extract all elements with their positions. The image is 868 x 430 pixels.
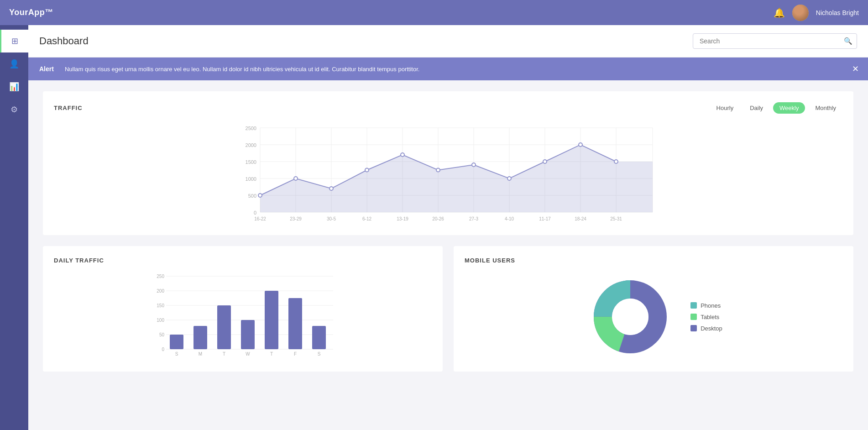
svg-text:13-19: 13-19 xyxy=(397,216,408,221)
dashboard-icon: ⊞ xyxy=(11,36,18,46)
svg-rect-65 xyxy=(312,326,326,349)
legend-desktop: Desktop xyxy=(690,325,722,332)
users-icon: 👤 xyxy=(9,59,19,69)
daily-traffic-title: DAILY TRAFFIC xyxy=(54,257,104,264)
svg-text:F: F xyxy=(294,351,297,357)
sidebar-item-dashboard[interactable]: ⊞ xyxy=(0,30,28,52)
sidebar-item-users[interactable]: 👤 xyxy=(0,52,28,75)
alert-banner: Alert Nullam quis risus eget urna mollis… xyxy=(28,58,868,80)
svg-text:M: M xyxy=(199,351,202,357)
svg-point-34 xyxy=(579,143,582,147)
svg-rect-61 xyxy=(217,305,231,349)
content-area: TRAFFIC Hourly Daily Weekly Monthly 2500… xyxy=(28,80,868,383)
search-wrap: 🔍 xyxy=(693,33,857,49)
daily-traffic-section: DAILY TRAFFIC 250 200 150 100 50 0 xyxy=(43,246,443,372)
svg-text:2000: 2000 xyxy=(246,142,256,148)
svg-text:11-17: 11-17 xyxy=(539,216,551,221)
mobile-users-section: MOBILE USERS xyxy=(454,246,853,372)
search-icon[interactable]: 🔍 xyxy=(844,37,852,45)
user-name: Nicholas Bright xyxy=(816,9,859,16)
alert-text: Nullam quis risus eget urna mollis ornar… xyxy=(65,66,841,73)
svg-point-27 xyxy=(329,187,333,190)
tablets-dot xyxy=(690,314,697,320)
phones-label: Phones xyxy=(701,302,721,309)
topnav: YourApp™ 🔔 Nicholas Bright xyxy=(0,0,868,25)
svg-text:20-26: 20-26 xyxy=(432,216,444,221)
svg-text:30-5: 30-5 xyxy=(327,216,336,221)
svg-point-25 xyxy=(258,194,262,197)
svg-rect-60 xyxy=(193,326,207,349)
legend-phones: Phones xyxy=(690,302,722,309)
svg-text:16-22: 16-22 xyxy=(254,216,266,221)
svg-rect-63 xyxy=(265,291,278,349)
svg-rect-64 xyxy=(288,298,302,349)
phones-dot xyxy=(690,302,697,309)
svg-text:500: 500 xyxy=(248,193,256,199)
daily-traffic-header: DAILY TRAFFIC xyxy=(54,257,432,264)
settings-icon: ⚙ xyxy=(10,105,18,115)
svg-text:2500: 2500 xyxy=(246,126,256,131)
svg-point-28 xyxy=(365,168,369,172)
tablets-label: Tablets xyxy=(701,314,719,320)
alert-close-button[interactable]: ✕ xyxy=(852,64,859,74)
svg-text:S: S xyxy=(318,351,321,357)
svg-text:S: S xyxy=(175,351,178,357)
filter-hourly[interactable]: Hourly xyxy=(710,102,740,114)
svg-point-31 xyxy=(472,163,476,167)
filter-monthly[interactable]: Monthly xyxy=(809,102,842,114)
sidebar: ⊞ 👤 📊 ⚙ xyxy=(0,25,28,430)
svg-text:0: 0 xyxy=(162,347,164,352)
traffic-chart-title: TRAFFIC xyxy=(54,105,83,111)
svg-point-30 xyxy=(436,168,440,172)
avatar[interactable] xyxy=(792,5,809,21)
svg-point-76 xyxy=(612,299,648,335)
sidebar-item-settings[interactable]: ⚙ xyxy=(0,98,28,121)
svg-text:50: 50 xyxy=(159,332,165,337)
svg-text:27-3: 27-3 xyxy=(469,216,478,221)
svg-text:1500: 1500 xyxy=(246,159,256,165)
bottom-charts: DAILY TRAFFIC 250 200 150 100 50 0 xyxy=(43,246,853,372)
svg-point-35 xyxy=(614,160,618,163)
svg-text:150: 150 xyxy=(157,303,164,308)
page-title: Dashboard xyxy=(39,35,89,47)
svg-text:0: 0 xyxy=(254,210,256,215)
filter-daily[interactable]: Daily xyxy=(743,102,769,114)
desktop-label: Desktop xyxy=(701,325,722,332)
svg-text:200: 200 xyxy=(157,288,164,294)
svg-rect-59 xyxy=(170,335,183,349)
donut-legend: Phones Tablets Desktop xyxy=(690,302,722,332)
donut-chart-svg xyxy=(585,271,676,362)
traffic-chart-header: TRAFFIC Hourly Daily Weekly Monthly xyxy=(54,102,842,114)
svg-text:T: T xyxy=(270,351,273,357)
sidebar-item-analytics[interactable]: 📊 xyxy=(0,75,28,98)
traffic-chart-section: TRAFFIC Hourly Daily Weekly Monthly 2500… xyxy=(43,91,853,235)
brand-logo: YourApp™ xyxy=(9,8,774,17)
mobile-users-header: MOBILE USERS xyxy=(465,257,842,264)
svg-text:25-31: 25-31 xyxy=(610,216,622,221)
svg-rect-62 xyxy=(241,320,255,349)
donut-section: Phones Tablets Desktop xyxy=(465,271,842,362)
svg-text:18-24: 18-24 xyxy=(575,216,586,221)
line-chart-wrap: 2500 2000 1500 1000 500 0 xyxy=(54,121,842,228)
alert-label: Alert xyxy=(39,65,54,73)
svg-text:250: 250 xyxy=(157,274,164,279)
header-bar: Dashboard 🔍 xyxy=(28,25,868,58)
search-input[interactable] xyxy=(693,33,857,49)
svg-text:6-12: 6-12 xyxy=(362,216,371,221)
filter-weekly[interactable]: Weekly xyxy=(773,102,805,114)
svg-text:1000: 1000 xyxy=(246,176,256,182)
time-filters: Hourly Daily Weekly Monthly xyxy=(710,102,842,114)
svg-point-33 xyxy=(543,160,547,163)
legend-tablets: Tablets xyxy=(690,314,722,320)
bell-icon[interactable]: 🔔 xyxy=(774,7,785,18)
svg-text:23-29: 23-29 xyxy=(290,216,302,221)
topnav-right: 🔔 Nicholas Bright xyxy=(774,5,859,21)
svg-text:W: W xyxy=(246,351,250,357)
svg-text:100: 100 xyxy=(157,318,164,323)
bar-chart-wrap: 250 200 150 100 50 0 xyxy=(54,271,432,364)
svg-text:4-10: 4-10 xyxy=(505,216,514,221)
line-chart-svg: 2500 2000 1500 1000 500 0 xyxy=(54,121,842,226)
svg-text:T: T xyxy=(223,351,225,357)
desktop-dot xyxy=(690,325,697,331)
main-layout: Dashboard 🔍 Alert Nullam quis risus eget… xyxy=(28,25,868,430)
